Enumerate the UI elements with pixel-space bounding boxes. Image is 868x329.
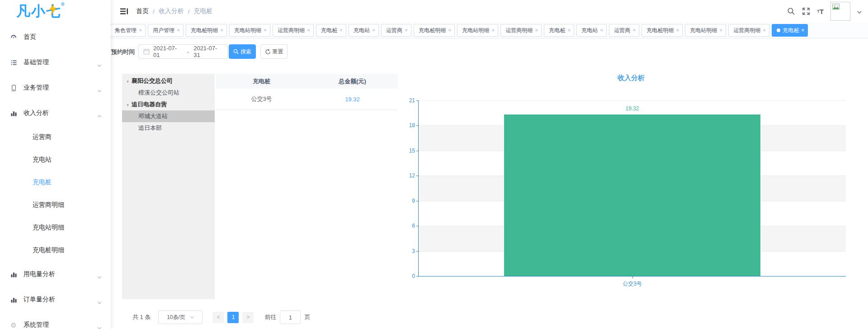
- tab-close-icon[interactable]: ×: [719, 28, 722, 33]
- open-tab[interactable]: 充电桩×: [544, 24, 574, 37]
- sidebar-item[interactable]: 用电量分析: [0, 262, 111, 287]
- tab-label: 充电站: [354, 27, 370, 34]
- tab-close-icon[interactable]: ×: [491, 28, 495, 33]
- tree-node[interactable]: 檀溪公交公司站: [122, 87, 215, 99]
- y-axis-tick-label: 6: [403, 223, 415, 229]
- mobile-icon: [10, 84, 17, 91]
- sidebar-subitem[interactable]: 运营商明细: [0, 194, 111, 216]
- sidebar-subitem[interactable]: 充电站明细: [0, 216, 111, 239]
- open-tab[interactable]: 充电桩明细×: [186, 24, 227, 37]
- date-range-picker[interactable]: 2021-07-01 - 2021-07-31: [138, 44, 228, 59]
- page-number-button[interactable]: 1: [227, 312, 239, 323]
- prev-page-button[interactable]: <: [212, 312, 224, 323]
- tab-close-icon[interactable]: ×: [372, 28, 375, 33]
- sidebar-subitem[interactable]: 充电桩: [0, 171, 111, 194]
- font-size-icon[interactable]: TT: [817, 8, 824, 15]
- tab-close-icon[interactable]: ×: [220, 28, 223, 33]
- tab-close-icon[interactable]: ×: [567, 28, 571, 33]
- chevron-down-icon: [97, 86, 102, 94]
- user-menu-caret-icon[interactable]: [857, 7, 862, 15]
- sidebar-item[interactable]: 基础管理: [0, 50, 111, 75]
- top-bar: 首页/收入分析/充电桩 TT: [111, 0, 868, 23]
- open-tab[interactable]: 充电桩明细×: [642, 24, 683, 37]
- tab-close-icon[interactable]: ×: [448, 28, 451, 33]
- tree-node[interactable]: ▾追日电器自营: [122, 99, 215, 110]
- date-separator: -: [187, 48, 189, 55]
- next-page-button[interactable]: >: [242, 312, 254, 323]
- avatar[interactable]: [830, 2, 850, 21]
- open-tab[interactable]: 角色管理×: [111, 24, 146, 37]
- open-tab[interactable]: 充电站明细×: [229, 24, 270, 37]
- sidebar-collapse-icon[interactable]: [120, 7, 129, 16]
- open-tab[interactable]: 运营商明细×: [728, 24, 769, 37]
- open-tab[interactable]: 用户管理×: [148, 24, 184, 37]
- open-tab[interactable]: 充电站×: [349, 24, 379, 37]
- sidebar-item[interactable]: 首页: [0, 24, 111, 50]
- sidebar-subitem[interactable]: 充电站: [0, 148, 111, 171]
- tree-node[interactable]: 邓城大道站: [122, 110, 215, 122]
- open-tab[interactable]: 充电桩×: [772, 24, 808, 37]
- tab-close-icon[interactable]: ×: [177, 28, 180, 33]
- sidebar-item[interactable]: 收入分析: [0, 100, 111, 126]
- tab-close-icon[interactable]: ×: [405, 28, 408, 33]
- chevron-down-icon: [97, 298, 102, 305]
- goto-page-input[interactable]: [280, 310, 301, 324]
- tab-label: 充电站明细: [234, 27, 261, 34]
- tree-expand-caret-icon[interactable]: ▾: [127, 102, 129, 107]
- open-tab[interactable]: 充电桩明细×: [414, 24, 455, 37]
- sidebar-subitem[interactable]: 充电桩明细: [0, 239, 111, 262]
- sidebar-subitem[interactable]: 运营商: [0, 126, 111, 148]
- open-tab[interactable]: 运营商×: [609, 24, 639, 37]
- open-tab[interactable]: 运营商明细×: [273, 24, 314, 37]
- tree-node[interactable]: ▾襄阳公交总公司: [122, 75, 215, 87]
- tab-close-icon[interactable]: ×: [632, 28, 636, 33]
- sidebar-item-label: 收入分析: [24, 109, 49, 117]
- tab-close-icon[interactable]: ×: [307, 28, 310, 33]
- fullscreen-icon[interactable]: [802, 7, 810, 15]
- open-tab[interactable]: 充电站×: [576, 24, 607, 37]
- search-button-icon: [233, 49, 239, 54]
- table-column-header: 总金额(元): [307, 77, 398, 86]
- sidebar-item[interactable]: 业务管理: [0, 75, 111, 100]
- y-axis-tick: [416, 251, 419, 252]
- open-tab[interactable]: 运营商明细×: [500, 24, 542, 37]
- chevron-down-icon: [97, 61, 102, 68]
- date-end: 2021-07-31: [193, 45, 223, 58]
- tab-label: 充电桩明细: [419, 27, 446, 34]
- tab-close-icon[interactable]: ×: [535, 28, 538, 33]
- sidebar-item[interactable]: 订单量分析: [0, 287, 111, 312]
- tab-label: 充电桩明细: [646, 27, 674, 34]
- tab-close-icon[interactable]: ×: [264, 28, 267, 33]
- sidebar-nav: 首页基础管理业务管理收入分析运营商充电站充电桩运营商明细充电站明细充电桩明细用电…: [0, 24, 111, 329]
- search-icon[interactable]: [787, 7, 795, 15]
- tab-close-icon[interactable]: ×: [340, 28, 343, 33]
- tab-close-icon[interactable]: ×: [763, 28, 766, 33]
- tree-node[interactable]: 追日本部: [122, 122, 215, 134]
- open-tab[interactable]: 充电站明细×: [685, 24, 726, 37]
- reset-button[interactable]: 重置: [260, 44, 288, 59]
- bar-1: [504, 114, 760, 276]
- breadcrumb-item[interactable]: 收入分析: [159, 7, 184, 15]
- goto-label: 前往: [264, 313, 276, 321]
- amount-cell[interactable]: 19.32: [307, 96, 398, 103]
- tab-close-icon[interactable]: ×: [600, 28, 603, 33]
- tree-node-label: 襄阳公交总公司: [132, 77, 173, 85]
- breadcrumb-item[interactable]: 首页: [136, 7, 149, 15]
- y-axis-tick-label: 21: [403, 97, 415, 104]
- open-tab[interactable]: 充电桩×: [316, 24, 346, 37]
- tab-close-icon[interactable]: ×: [139, 28, 142, 33]
- tab-close-icon[interactable]: ×: [801, 28, 804, 33]
- sidebar-item[interactable]: ⚙系统管理: [0, 312, 111, 329]
- x-axis-category-label: 公交3号: [419, 280, 846, 288]
- y-axis-tick-label: 9: [403, 198, 415, 204]
- open-tab[interactable]: 充电站明细×: [457, 24, 498, 37]
- tab-close-icon[interactable]: ×: [676, 28, 679, 33]
- tab-label: 角色管理: [115, 27, 137, 34]
- tree-expand-caret-icon[interactable]: ▾: [127, 79, 129, 83]
- page-size-select[interactable]: 10条/页: [158, 310, 203, 324]
- search-button[interactable]: 搜索: [229, 44, 256, 59]
- tab-label: 运营商明细: [278, 27, 305, 34]
- open-tab[interactable]: 运营商×: [381, 24, 411, 37]
- y-axis-tick-label: 3: [403, 248, 415, 254]
- tab-label: 充电站明细: [462, 27, 489, 34]
